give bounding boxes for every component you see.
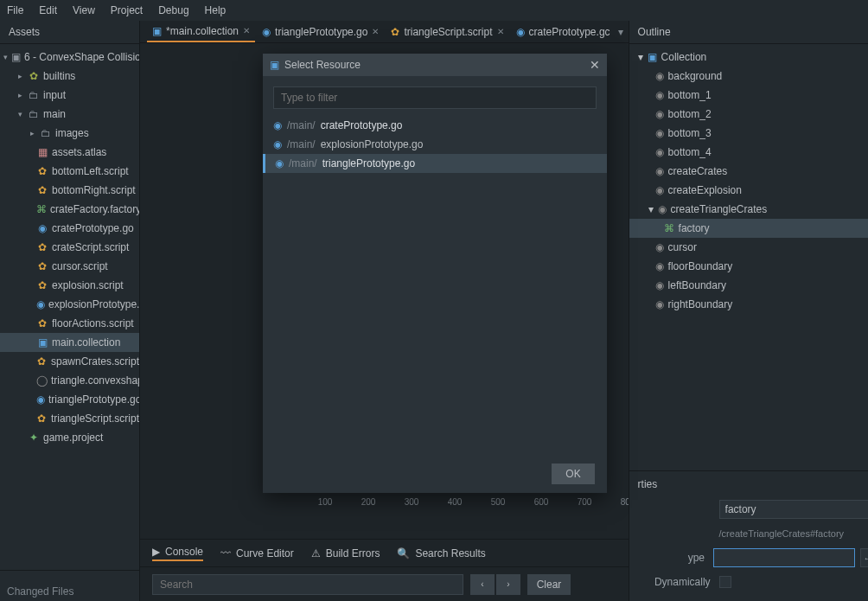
- menu-edit[interactable]: Edit: [39, 4, 57, 16]
- resource-icon: ▣: [270, 59, 279, 71]
- ok-button[interactable]: OK: [552, 464, 595, 484]
- folder-icon: 🗀: [28, 89, 40, 101]
- outline-bottom1[interactable]: ◉bottom_1: [629, 86, 868, 105]
- outline-collection[interactable]: ▾▣Collection: [629, 48, 868, 67]
- outline-right[interactable]: ◉rightBoundary: [629, 295, 868, 314]
- tree-maincollection[interactable]: ▣main.collection: [0, 333, 139, 352]
- close-icon[interactable]: ✕: [497, 27, 504, 36]
- tree-cursor[interactable]: ✿cursor.script: [0, 257, 139, 276]
- resource-name: cratePrototype.go: [321, 119, 403, 131]
- tree-cratefactory[interactable]: ⌘crateFactory.factory: [0, 200, 139, 219]
- tree-cratescript[interactable]: ✿crateScript.script: [0, 238, 139, 257]
- menu-file[interactable]: File: [7, 4, 23, 16]
- tab-build-errors[interactable]: ⚠Build Errors: [311, 547, 380, 559]
- tab-triangle-prototype[interactable]: ◉trianglePrototype.go✕: [257, 22, 384, 42]
- ruler-label: 500: [491, 497, 506, 507]
- tree-builtins[interactable]: ▸✿builtins: [0, 67, 139, 86]
- tree-explosion[interactable]: ✿explosion.script: [0, 276, 139, 295]
- prop-dynamic-checkbox[interactable]: [719, 576, 731, 588]
- tab-crate-prototype[interactable]: ◉cratePrototype.gc▾: [511, 22, 629, 42]
- tree-main[interactable]: ▾🗀main: [0, 105, 139, 124]
- menu-project[interactable]: Project: [111, 4, 143, 16]
- clear-button[interactable]: Clear: [527, 574, 571, 595]
- go-icon: ◉: [655, 298, 664, 310]
- tree-flooractions[interactable]: ✿floorActions.script: [0, 314, 139, 333]
- tree-label: bottomLeft.script: [52, 165, 129, 177]
- tab-curve-editor[interactable]: 〰Curve Editor: [220, 547, 294, 559]
- prop-dynamic-label: Dynamically: [638, 576, 714, 588]
- tree-triproto[interactable]: ◉trianglePrototype.go: [0, 390, 139, 409]
- go-icon: ◉: [658, 203, 667, 215]
- tree-atlas[interactable]: ▦assets.atlas: [0, 143, 139, 162]
- resource-item-triangle[interactable]: ◉/main/trianglePrototype.go: [263, 154, 607, 173]
- close-icon[interactable]: ✕: [243, 26, 250, 35]
- tab-console[interactable]: ▶Console: [152, 546, 203, 561]
- outline-label: leftBoundary: [668, 279, 726, 291]
- search-icon: 🔍: [397, 547, 410, 559]
- ruler-label: 600: [534, 497, 549, 507]
- tree-label: floorActions.script: [52, 317, 134, 329]
- outline-label: background: [668, 70, 723, 82]
- tree-gameproject[interactable]: ✦game.project: [0, 428, 139, 447]
- outline-createcrates[interactable]: ◉createCrates: [629, 162, 868, 181]
- prop-reset-button[interactable]: ←: [860, 548, 868, 567]
- tree-label: explosion.script: [52, 279, 124, 291]
- tree-label: cursor.script: [52, 260, 108, 272]
- script-icon: ✿: [36, 241, 48, 253]
- outline-floor[interactable]: ◉floorBoundary: [629, 257, 868, 276]
- resource-item-explosion[interactable]: ◉/main/explosionPrototype.go: [263, 135, 607, 154]
- outline-bottom4[interactable]: ◉bottom_4: [629, 143, 868, 162]
- tree-input[interactable]: ▸🗀input: [0, 86, 139, 105]
- script-icon: ✿: [36, 184, 48, 196]
- close-icon[interactable]: ✕: [590, 58, 600, 72]
- outline-bottom3[interactable]: ◉bottom_3: [629, 124, 868, 143]
- outline-label: factory: [679, 222, 710, 234]
- filter-input[interactable]: [273, 86, 597, 109]
- search-prev-button[interactable]: ‹: [470, 574, 495, 595]
- menu-help[interactable]: Help: [205, 4, 227, 16]
- changed-files-label: Changed Files: [7, 585, 73, 598]
- tree-crateproto[interactable]: ◉cratePrototype.go: [0, 219, 139, 238]
- tree-bottomleft[interactable]: ✿bottomLeft.script: [0, 162, 139, 181]
- selection-bar: [263, 154, 265, 173]
- tree-root[interactable]: ▾▣6 - ConvexShape Collision O: [0, 48, 139, 67]
- outline-createexplosion[interactable]: ◉createExplosion: [629, 181, 868, 200]
- tree-bottomright[interactable]: ✿bottomRight.script: [0, 181, 139, 200]
- outline-bottom2[interactable]: ◉bottom_2: [629, 105, 868, 124]
- go-icon: ◉: [273, 138, 282, 150]
- curve-icon: 〰: [220, 547, 231, 559]
- tree-label: 6 - ConvexShape Collision O: [24, 51, 139, 63]
- console-search-input[interactable]: [152, 574, 463, 595]
- chevron-down-icon[interactable]: ▾: [618, 26, 623, 38]
- prop-type-input[interactable]: [713, 548, 855, 567]
- script-icon: ✿: [36, 355, 48, 368]
- go-icon: ◉: [273, 119, 282, 131]
- tree-spawncrates[interactable]: ✿spawnCrates.script: [0, 352, 139, 371]
- prop-id-input[interactable]: [719, 500, 868, 519]
- console-body: ‹ › Clear: [140, 566, 629, 601]
- error-icon: ⚠: [311, 547, 321, 559]
- menu-debug[interactable]: Debug: [158, 4, 188, 16]
- outline-createtriangle[interactable]: ▾◉createTriangleCrates: [629, 200, 868, 219]
- tree-triscript[interactable]: ✿triangleScript.script: [0, 409, 139, 428]
- dialog-header[interactable]: ▣ Select Resource ✕: [263, 54, 607, 76]
- search-next-button[interactable]: ›: [496, 574, 520, 595]
- tab-search-results[interactable]: 🔍Search Results: [397, 547, 485, 559]
- resource-name: explosionPrototype.go: [321, 138, 424, 150]
- outline-label: createCrates: [668, 165, 728, 177]
- menu-view[interactable]: View: [73, 4, 95, 16]
- tree-label: builtins: [43, 70, 75, 82]
- tree-images[interactable]: ▸🗀images: [0, 124, 139, 143]
- tab-triangle-script[interactable]: ✿triangleScript.script✕: [386, 22, 508, 42]
- resource-item-crate[interactable]: ◉/main/cratePrototype.go: [263, 116, 607, 135]
- outline-factory[interactable]: ⌘factory: [629, 219, 868, 238]
- outline-cursor[interactable]: ◉cursor: [629, 238, 868, 257]
- outline-background[interactable]: ◉background: [629, 67, 868, 86]
- tree-triconvex[interactable]: ◯triangle.convexshape: [0, 371, 139, 390]
- tree-explosionproto[interactable]: ◉explosionPrototype.go: [0, 295, 139, 314]
- outline-left[interactable]: ◉leftBoundary: [629, 276, 868, 295]
- ruler-label: 400: [448, 497, 463, 507]
- console-tabs: ▶Console 〰Curve Editor ⚠Build Errors 🔍Se…: [140, 539, 629, 566]
- close-icon[interactable]: ✕: [372, 27, 379, 36]
- tab-main-collection[interactable]: ▣*main.collection✕: [147, 22, 255, 42]
